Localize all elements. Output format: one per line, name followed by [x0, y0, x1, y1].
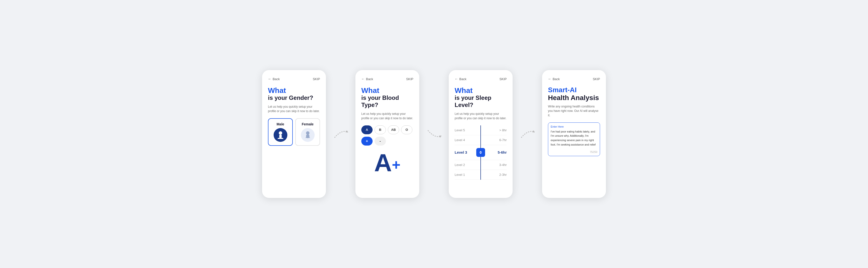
back-arrow-icon-ai: ← — [548, 77, 551, 81]
title-sub-blood: is your Blood Type? — [361, 94, 413, 109]
gender-male-label: Male — [277, 122, 284, 126]
minus-btn[interactable]: - — [375, 137, 386, 146]
back-arrow-icon-sleep: ← — [455, 77, 458, 81]
sleep-level-3-label: Level 3 — [455, 150, 468, 154]
blood-btn-a[interactable]: A — [361, 125, 373, 134]
blood-btn-ab[interactable]: AB — [388, 125, 399, 134]
blood-big-letter: A — [374, 149, 392, 177]
svg-point-3 — [306, 134, 309, 138]
sleep-levels-container: Level 5 > 8hr Level 4 6-7hr Level 3 5-6h… — [455, 125, 507, 180]
arrow-connector-3 — [520, 129, 535, 139]
back-label-blood: Back — [366, 77, 373, 81]
screen-smart-ai: ← Back SKIP Smart-AI Health Analysis Wri… — [542, 70, 606, 198]
male-figure-svg — [276, 130, 285, 140]
title-sub-gender: is your Gender? — [268, 94, 320, 101]
sleep-hours-1: 2-3hr — [493, 173, 507, 177]
gender-female[interactable]: Female — [295, 118, 320, 146]
svg-point-2 — [306, 131, 309, 135]
sleep-hours-5: > 8hr — [493, 128, 507, 132]
screen-sleep-level: ← Back SKIP What is your Sleep Level? Le… — [449, 70, 513, 198]
back-label-ai: Back — [553, 77, 560, 81]
nav-row-blood: ← Back SKIP — [361, 77, 413, 81]
sleep-level-4-label: Level 4 — [455, 138, 468, 142]
back-button-blood[interactable]: ← Back — [361, 77, 373, 81]
back-arrow-icon-blood: ← — [361, 77, 365, 81]
title-sub-sleep: is your Sleep Level? — [455, 94, 507, 109]
skip-button-ai[interactable]: SKIP — [593, 77, 600, 81]
female-figure-svg — [303, 130, 312, 140]
gender-female-label: Female — [302, 122, 313, 126]
svg-point-0 — [279, 131, 282, 135]
plus-minus-row: + - — [361, 137, 413, 146]
nav-row-gender: ← Back SKIP — [268, 77, 320, 81]
screens-container: ← Back SKIP What is your Gender? Let us … — [262, 70, 606, 198]
blood-type-options: A B AB O — [361, 125, 413, 134]
arrow-up-right-svg — [333, 129, 348, 139]
title-what-blood: What — [361, 86, 413, 94]
ai-textarea-content[interactable]: I've had poor eating habits lately, and … — [551, 129, 597, 149]
blood-big-plus: + — [392, 156, 401, 173]
back-arrow-icon: ← — [268, 77, 271, 81]
blood-btn-b[interactable]: B — [375, 125, 386, 134]
sleep-hours-2: 3-4hr — [493, 163, 507, 167]
smart-ai-subtitle: Health Analysis — [548, 94, 600, 102]
skip-button-sleep[interactable]: SKIP — [499, 77, 507, 81]
arrow-connector-2 — [427, 129, 441, 139]
gender-male-icon — [274, 128, 287, 142]
sleep-level-5-label: Level 5 — [455, 128, 468, 132]
blood-btn-o[interactable]: O — [401, 125, 412, 134]
gender-options: Male Female — [268, 118, 320, 146]
arrow-connector-1 — [333, 129, 348, 139]
blood-display: A+ — [361, 150, 413, 175]
screen-blood-type: ← Back SKIP What is your Blood Type? Let… — [355, 70, 419, 198]
subtitle-ai: Write any ongoing health conditions you … — [548, 104, 600, 118]
sleep-hours-3: 5-6hr — [493, 150, 507, 154]
ai-textarea-container[interactable]: Enter Here I've had poor eating habits l… — [548, 122, 600, 156]
smart-ai-title: Smart-AI — [548, 86, 600, 94]
skip-button-gender[interactable]: SKIP — [313, 77, 320, 81]
sleep-level-1-label: Level 1 — [455, 173, 468, 177]
subtitle-gender: Let us help you quickly setup your profi… — [268, 105, 320, 113]
back-button-ai[interactable]: ← Back — [548, 77, 560, 81]
ai-textarea-placeholder: Enter Here — [551, 125, 597, 128]
sleep-hours-4: 6-7hr — [493, 138, 507, 142]
back-button-gender[interactable]: ← Back — [268, 77, 280, 81]
thumb-arrows-icon — [479, 151, 483, 154]
screen-gender: ← Back SKIP What is your Gender? Let us … — [262, 70, 326, 198]
nav-row-sleep: ← Back SKIP — [455, 77, 507, 81]
svg-rect-1 — [279, 135, 282, 138]
arrow-up-right-2-svg — [520, 129, 535, 139]
title-what-gender: What — [268, 86, 320, 94]
subtitle-sleep: Let us help you quickly setup your profi… — [455, 112, 507, 120]
skip-button-blood[interactable]: SKIP — [406, 77, 413, 81]
gender-male[interactable]: Male — [268, 118, 293, 146]
back-label-sleep: Back — [459, 77, 466, 81]
back-label-gender: Back — [273, 77, 280, 81]
sleep-thumb[interactable] — [476, 148, 485, 157]
sleep-level-2-label: Level 2 — [455, 163, 468, 167]
plus-btn[interactable]: + — [361, 137, 373, 146]
title-what-sleep: What — [455, 86, 507, 94]
nav-row-ai: ← Back SKIP — [548, 77, 600, 81]
gender-female-icon — [301, 128, 315, 142]
arrow-down-right-svg — [427, 129, 441, 139]
ai-char-count: 75/250 — [551, 151, 597, 153]
back-button-sleep[interactable]: ← Back — [455, 77, 466, 81]
subtitle-blood: Let us help you quickly setup your profi… — [361, 112, 413, 120]
